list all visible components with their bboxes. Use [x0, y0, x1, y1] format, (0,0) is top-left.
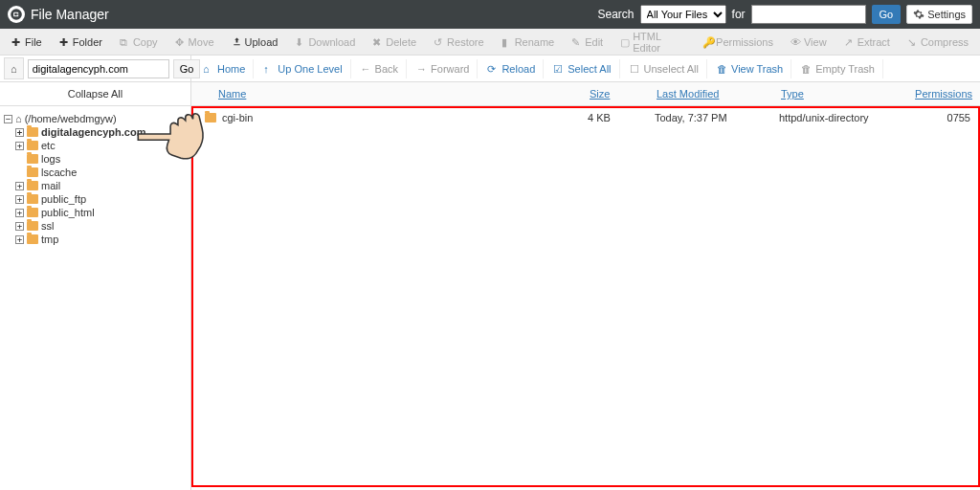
column-modified[interactable]: Last Modified [657, 88, 781, 100]
search-input[interactable] [751, 5, 866, 24]
toggle-plus-icon[interactable]: + [15, 235, 24, 244]
copy-button[interactable]: ⧉Copy [112, 33, 166, 52]
restore-button[interactable]: ↺Restore [426, 33, 492, 52]
restore-icon: ↺ [434, 36, 444, 47]
file-modified: Today, 7:37 PM [655, 112, 779, 123]
file-permissions: 0755 [903, 112, 970, 123]
permissions-button[interactable]: 🔑Permissions [695, 33, 781, 52]
toggle-plus-icon[interactable]: + [15, 182, 24, 190]
extract-button[interactable]: ↗Extract [836, 33, 898, 52]
view-button[interactable]: 👁View [783, 33, 835, 52]
nav-reload-button[interactable]: ⟳Reload [479, 59, 544, 78]
table-header: Name Size Last Modified Type Permissions [191, 82, 980, 106]
table-row[interactable]: cgi-bin 4 KB Today, 7:37 PM httpd/unix-d… [193, 108, 978, 127]
edit-button[interactable]: ✎Edit [564, 33, 611, 52]
for-label: for [732, 8, 746, 21]
search-scope-select[interactable]: All Your Files [640, 5, 726, 24]
tree-item[interactable]: logs [4, 152, 187, 166]
uncheck-icon: ☐ [630, 63, 640, 74]
key-icon: 🔑 [702, 36, 713, 47]
tree-root[interactable]: −⌂(/home/webdmgyw) [4, 112, 187, 125]
extract-icon: ↗ [844, 36, 855, 47]
tree-item[interactable]: +digitalagencyph.com [4, 125, 187, 139]
html-editor-button[interactable]: ▢HTML Editor [612, 27, 693, 57]
folder-icon [27, 127, 38, 137]
nav-back-button[interactable]: ←Back [353, 59, 407, 78]
cpanel-logo-icon [8, 6, 25, 23]
pencil-icon: ✎ [571, 36, 582, 47]
column-size[interactable]: Size [590, 88, 657, 100]
main-area: Collapse All −⌂(/home/webdmgyw) +digital… [0, 82, 980, 490]
file-name: cgi-bin [222, 112, 253, 123]
arrow-left-icon: ← [361, 63, 371, 74]
main-toolbar: ✚File ✚Folder ⧉Copy ✥Move Upload ⬇Downlo… [0, 29, 980, 56]
delete-button[interactable]: ✖Delete [365, 33, 424, 52]
search-label: Search [598, 8, 635, 21]
folder-icon [27, 234, 38, 244]
html-icon: ▢ [620, 36, 630, 47]
plus-icon: ✚ [59, 36, 70, 47]
settings-button[interactable]: Settings [906, 5, 972, 24]
app-header: File Manager Search All Your Files for G… [0, 0, 980, 29]
tree-item[interactable]: +tmp [4, 233, 187, 246]
folder-icon [27, 167, 38, 177]
logo-wrap: File Manager [8, 6, 109, 23]
download-button[interactable]: ⬇Download [287, 33, 363, 52]
path-input-group: ⌂ Go [0, 56, 191, 81]
arrow-right-icon: → [416, 63, 427, 74]
folder-icon [27, 181, 38, 190]
home-icon: ⌂ [11, 63, 17, 75]
column-permissions[interactable]: Permissions [905, 88, 972, 100]
toggle-plus-icon[interactable]: + [15, 209, 24, 217]
empty-trash-button[interactable]: 🗑Empty Trash [793, 59, 883, 78]
new-file-button[interactable]: ✚File [4, 33, 50, 52]
eye-icon: 👁 [791, 36, 801, 47]
gear-icon [913, 9, 924, 20]
path-input[interactable] [28, 59, 169, 78]
upload-button[interactable]: Upload [224, 33, 286, 52]
toggle-plus-icon[interactable]: + [15, 128, 24, 137]
trash-icon: 🗑 [717, 63, 727, 74]
tree-item[interactable]: +etc [4, 139, 187, 152]
collapse-all-button[interactable]: Collapse All [0, 82, 190, 106]
select-all-button[interactable]: ☑Select All [546, 59, 619, 78]
column-type[interactable]: Type [781, 88, 905, 100]
nav-up-button[interactable]: ↑Up One Level [256, 59, 350, 78]
delete-icon: ✖ [372, 36, 383, 47]
tree-item[interactable]: lscache [4, 166, 187, 179]
table-body: cgi-bin 4 KB Today, 7:37 PM httpd/unix-d… [191, 106, 980, 487]
tree-item[interactable]: +public_html [4, 206, 187, 219]
path-home-button[interactable]: ⌂ [4, 57, 24, 79]
toggle-plus-icon[interactable]: + [15, 222, 24, 231]
toggle-plus-icon[interactable]: + [15, 195, 24, 204]
rename-button[interactable]: ▮Rename [494, 33, 563, 52]
new-folder-button[interactable]: ✚Folder [52, 33, 110, 52]
folder-icon [27, 221, 38, 231]
tree-item[interactable]: +ssl [4, 219, 187, 233]
nav-home-button[interactable]: ⌂Home [195, 59, 254, 78]
compress-button[interactable]: ↘Compress [900, 33, 976, 52]
view-trash-button[interactable]: 🗑View Trash [709, 59, 791, 78]
nav-forward-button[interactable]: →Forward [409, 59, 478, 78]
column-name[interactable]: Name [199, 88, 590, 100]
folder-icon [27, 208, 38, 217]
sidebar: Collapse All −⌂(/home/webdmgyw) +digital… [0, 82, 191, 490]
move-button[interactable]: ✥Move [167, 33, 222, 52]
unselect-all-button[interactable]: ☐Unselect All [622, 59, 707, 78]
file-size: 4 KB [588, 112, 655, 123]
folder-icon [27, 194, 38, 204]
file-list-panel: Name Size Last Modified Type Permissions… [191, 82, 980, 490]
header-right: Search All Your Files for Go Settings [598, 5, 972, 24]
folder-icon [205, 113, 216, 122]
toggle-plus-icon[interactable]: + [15, 142, 24, 150]
home-icon: ⌂ [15, 113, 22, 124]
reload-icon: ⟳ [487, 63, 498, 74]
move-icon: ✥ [175, 36, 186, 47]
navigation-bar: ⌂ Go ⌂Home ↑Up One Level ←Back →Forward … [0, 56, 980, 82]
toggle-minus-icon[interactable]: − [4, 115, 12, 123]
app-title: File Manager [31, 7, 109, 22]
tree-item[interactable]: +public_ftp [4, 192, 187, 206]
tree-item[interactable]: +mail [4, 179, 187, 192]
upload-icon [232, 36, 242, 47]
search-go-button[interactable]: Go [872, 5, 902, 24]
